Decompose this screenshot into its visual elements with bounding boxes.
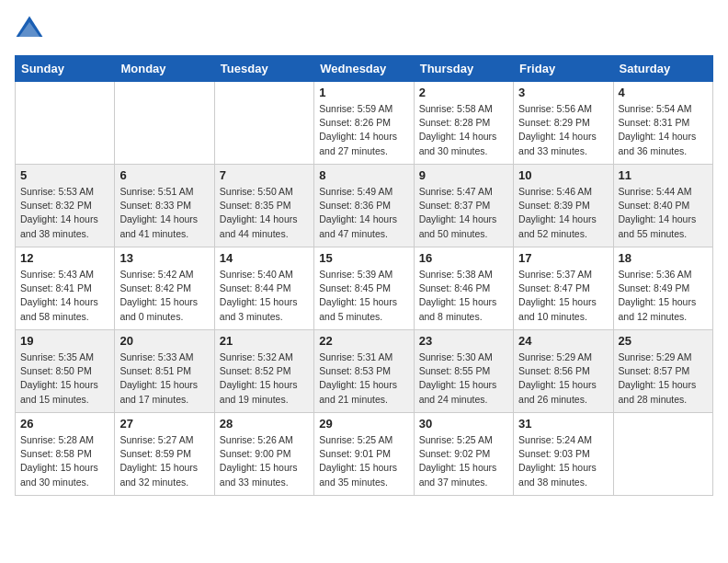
calendar-header-thursday: Thursday: [414, 56, 513, 82]
page-header: [15, 15, 713, 44]
day-info: Sunrise: 5:39 AMSunset: 8:45 PMDaylight:…: [319, 268, 408, 324]
day-number: 30: [419, 417, 508, 431]
calendar-header-row: SundayMondayTuesdayWednesdayThursdayFrid…: [16, 56, 713, 82]
logo-icon: [15, 15, 44, 44]
day-info: Sunrise: 5:53 AMSunset: 8:32 PMDaylight:…: [20, 185, 109, 241]
calendar-header-wednesday: Wednesday: [314, 56, 414, 82]
day-info: Sunrise: 5:50 AMSunset: 8:35 PMDaylight:…: [220, 185, 309, 241]
calendar-cell: 10Sunrise: 5:46 AMSunset: 8:39 PMDayligh…: [514, 165, 613, 247]
calendar-cell: 9Sunrise: 5:47 AMSunset: 8:37 PMDaylight…: [414, 165, 513, 247]
day-info: Sunrise: 5:35 AMSunset: 8:50 PMDaylight:…: [20, 350, 109, 407]
day-info: Sunrise: 5:24 AMSunset: 9:03 PMDaylight:…: [518, 433, 608, 489]
calendar-cell: 4Sunrise: 5:54 AMSunset: 8:31 PMDaylight…: [613, 82, 712, 165]
calendar-cell: 26Sunrise: 5:28 AMSunset: 8:58 PMDayligh…: [16, 413, 115, 496]
calendar-cell: 28Sunrise: 5:26 AMSunset: 9:00 PMDayligh…: [214, 413, 313, 496]
day-info: Sunrise: 5:42 AMSunset: 8:42 PMDaylight:…: [119, 268, 209, 324]
day-info: Sunrise: 5:37 AMSunset: 8:47 PMDaylight:…: [518, 268, 608, 324]
day-info: Sunrise: 5:25 AMSunset: 9:02 PMDaylight:…: [419, 433, 508, 489]
day-number: 14: [220, 251, 309, 265]
day-info: Sunrise: 5:49 AMSunset: 8:36 PMDaylight:…: [319, 185, 408, 241]
calendar-cell: 3Sunrise: 5:56 AMSunset: 8:29 PMDaylight…: [514, 82, 613, 165]
calendar-cell: 7Sunrise: 5:50 AMSunset: 8:35 PMDaylight…: [214, 165, 313, 247]
day-number: 11: [619, 168, 708, 182]
calendar-cell: [214, 82, 313, 165]
calendar-cell: 2Sunrise: 5:58 AMSunset: 8:28 PMDaylight…: [414, 82, 513, 165]
calendar-cell: 1Sunrise: 5:59 AMSunset: 8:26 PMDaylight…: [314, 82, 414, 165]
day-number: 8: [319, 168, 408, 182]
calendar-cell: 23Sunrise: 5:30 AMSunset: 8:55 PMDayligh…: [414, 330, 513, 413]
calendar-cell: 5Sunrise: 5:53 AMSunset: 8:32 PMDaylight…: [16, 165, 115, 247]
week-row-3: 12Sunrise: 5:43 AMSunset: 8:41 PMDayligh…: [16, 247, 713, 330]
calendar-cell: 14Sunrise: 5:40 AMSunset: 8:44 PMDayligh…: [214, 247, 313, 330]
day-info: Sunrise: 5:38 AMSunset: 8:46 PMDaylight:…: [419, 268, 508, 324]
day-info: Sunrise: 5:30 AMSunset: 8:55 PMDaylight:…: [419, 350, 508, 407]
calendar-cell: 18Sunrise: 5:36 AMSunset: 8:49 PMDayligh…: [613, 247, 712, 330]
day-number: 29: [319, 417, 408, 431]
day-number: 15: [319, 251, 408, 265]
day-info: Sunrise: 5:40 AMSunset: 8:44 PMDaylight:…: [220, 268, 309, 324]
day-number: 20: [119, 334, 209, 348]
day-number: 3: [518, 86, 608, 99]
day-number: 21: [220, 334, 309, 348]
day-info: Sunrise: 5:59 AMSunset: 8:26 PMDaylight:…: [319, 102, 408, 158]
calendar-cell: 24Sunrise: 5:29 AMSunset: 8:56 PMDayligh…: [514, 330, 613, 413]
day-number: 24: [518, 334, 608, 348]
calendar-cell: [115, 82, 214, 165]
day-info: Sunrise: 5:29 AMSunset: 8:56 PMDaylight:…: [518, 350, 608, 407]
day-info: Sunrise: 5:46 AMSunset: 8:39 PMDaylight:…: [518, 185, 608, 241]
day-info: Sunrise: 5:54 AMSunset: 8:31 PMDaylight:…: [619, 102, 708, 158]
calendar-cell: 19Sunrise: 5:35 AMSunset: 8:50 PMDayligh…: [16, 330, 115, 413]
calendar-cell: 25Sunrise: 5:29 AMSunset: 8:57 PMDayligh…: [613, 330, 712, 413]
calendar-cell: 8Sunrise: 5:49 AMSunset: 8:36 PMDaylight…: [314, 165, 414, 247]
day-number: 5: [20, 168, 109, 182]
calendar-cell: 13Sunrise: 5:42 AMSunset: 8:42 PMDayligh…: [115, 247, 214, 330]
day-info: Sunrise: 5:25 AMSunset: 9:01 PMDaylight:…: [319, 433, 408, 489]
day-info: Sunrise: 5:33 AMSunset: 8:51 PMDaylight:…: [119, 350, 209, 407]
day-info: Sunrise: 5:47 AMSunset: 8:37 PMDaylight:…: [419, 185, 508, 241]
day-number: 13: [119, 251, 209, 265]
day-number: 26: [20, 417, 109, 431]
calendar-header-monday: Monday: [115, 56, 214, 82]
calendar-cell: 29Sunrise: 5:25 AMSunset: 9:01 PMDayligh…: [314, 413, 414, 496]
day-number: 23: [419, 334, 508, 348]
day-number: 10: [518, 168, 608, 182]
calendar-header-friday: Friday: [514, 56, 613, 82]
day-info: Sunrise: 5:44 AMSunset: 8:40 PMDaylight:…: [619, 185, 708, 241]
week-row-4: 19Sunrise: 5:35 AMSunset: 8:50 PMDayligh…: [16, 330, 713, 413]
week-row-1: 1Sunrise: 5:59 AMSunset: 8:26 PMDaylight…: [16, 82, 713, 165]
day-number: 1: [319, 86, 408, 99]
day-number: 2: [419, 86, 508, 99]
calendar-cell: 31Sunrise: 5:24 AMSunset: 9:03 PMDayligh…: [514, 413, 613, 496]
day-number: 9: [419, 168, 508, 182]
calendar-cell: 11Sunrise: 5:44 AMSunset: 8:40 PMDayligh…: [613, 165, 712, 247]
calendar-cell: 27Sunrise: 5:27 AMSunset: 8:59 PMDayligh…: [115, 413, 214, 496]
calendar-cell: 17Sunrise: 5:37 AMSunset: 8:47 PMDayligh…: [514, 247, 613, 330]
day-number: 6: [119, 168, 209, 182]
day-number: 25: [619, 334, 708, 348]
calendar-cell: 30Sunrise: 5:25 AMSunset: 9:02 PMDayligh…: [414, 413, 513, 496]
day-info: Sunrise: 5:32 AMSunset: 8:52 PMDaylight:…: [220, 350, 309, 407]
day-info: Sunrise: 5:58 AMSunset: 8:28 PMDaylight:…: [419, 102, 508, 158]
day-info: Sunrise: 5:27 AMSunset: 8:59 PMDaylight:…: [119, 433, 209, 489]
day-info: Sunrise: 5:56 AMSunset: 8:29 PMDaylight:…: [518, 102, 608, 158]
day-number: 22: [319, 334, 408, 348]
calendar-cell: 15Sunrise: 5:39 AMSunset: 8:45 PMDayligh…: [314, 247, 414, 330]
day-number: 27: [119, 417, 209, 431]
calendar-cell: 6Sunrise: 5:51 AMSunset: 8:33 PMDaylight…: [115, 165, 214, 247]
calendar-cell: 21Sunrise: 5:32 AMSunset: 8:52 PMDayligh…: [214, 330, 313, 413]
calendar-cell: 20Sunrise: 5:33 AMSunset: 8:51 PMDayligh…: [115, 330, 214, 413]
day-number: 28: [220, 417, 309, 431]
calendar-header-tuesday: Tuesday: [214, 56, 313, 82]
calendar-table: SundayMondayTuesdayWednesdayThursdayFrid…: [15, 55, 713, 496]
calendar-cell: 22Sunrise: 5:31 AMSunset: 8:53 PMDayligh…: [314, 330, 414, 413]
day-number: 18: [619, 251, 708, 265]
day-info: Sunrise: 5:51 AMSunset: 8:33 PMDaylight:…: [119, 185, 209, 241]
day-number: 31: [518, 417, 608, 431]
day-number: 4: [619, 86, 708, 99]
calendar-header-sunday: Sunday: [16, 56, 115, 82]
day-info: Sunrise: 5:26 AMSunset: 9:00 PMDaylight:…: [220, 433, 309, 489]
calendar-cell: [613, 413, 712, 496]
day-number: 19: [20, 334, 109, 348]
day-info: Sunrise: 5:31 AMSunset: 8:53 PMDaylight:…: [319, 350, 408, 407]
week-row-5: 26Sunrise: 5:28 AMSunset: 8:58 PMDayligh…: [16, 413, 713, 496]
